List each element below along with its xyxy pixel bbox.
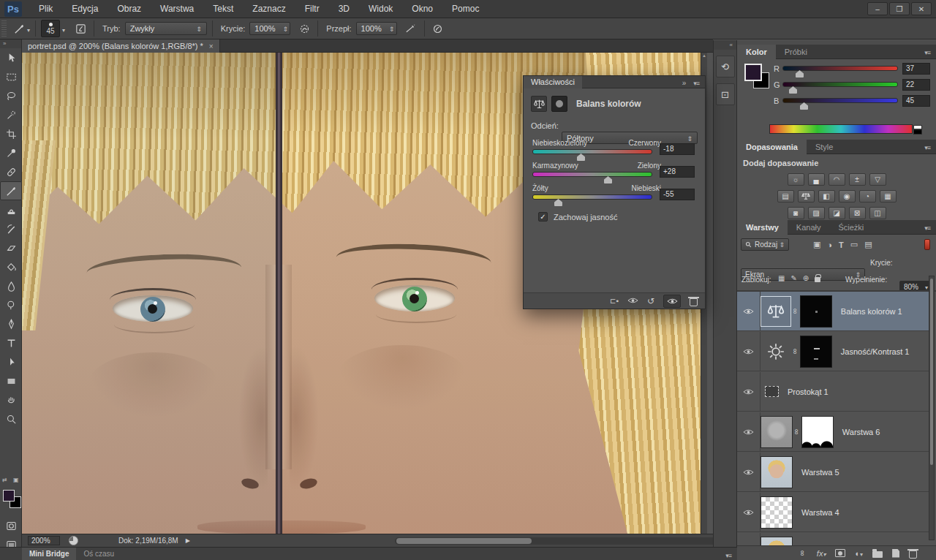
mask-link-icon[interactable]: ∞	[791, 309, 800, 314]
levels-adjustment-icon[interactable]: ▄	[808, 173, 825, 186]
posterize-adjustment-icon[interactable]: ▨	[808, 207, 825, 219]
blue-value-field[interactable]: 45	[902, 95, 930, 107]
cyan-red-value[interactable]: -18	[660, 143, 695, 155]
yellow-blue-value[interactable]: -55	[660, 189, 695, 200]
shape-layer-icon[interactable]	[765, 386, 779, 397]
layer-row-warstwa-5[interactable]: Warstwa 5	[737, 453, 929, 492]
status-flyout-icon[interactable]: ▶	[186, 537, 190, 544]
threshold-adjustment-icon[interactable]: ◪	[829, 207, 845, 219]
mask-link-icon[interactable]: ∞	[791, 349, 800, 355]
canvas-horizontal-scrollbar[interactable]	[395, 537, 717, 545]
quick-selection-tool[interactable]	[0, 105, 22, 124]
new-adjustment-layer-icon[interactable]: ◐	[855, 549, 863, 558]
clone-source-panel-button[interactable]: ⊡	[716, 83, 735, 105]
add-mask-icon[interactable]	[835, 549, 845, 557]
link-layers-icon[interactable]: ∞	[799, 550, 807, 556]
filter-pixel-layers-icon[interactable]: ▣	[813, 240, 820, 249]
crop-tool[interactable]	[0, 124, 22, 143]
menu-3d[interactable]: 3D	[329, 0, 359, 18]
gradient-map-adjustment-icon[interactable]: ◫	[869, 207, 886, 219]
tab-sciezki[interactable]: Ścieżki	[829, 220, 872, 235]
history-panel-button[interactable]: ⟲	[716, 56, 735, 77]
tab-kolor[interactable]: Kolor	[737, 45, 776, 59]
eyedropper-tool[interactable]	[0, 143, 22, 162]
menu-warstwa[interactable]: Warstwa	[151, 0, 203, 18]
brush-size-picker[interactable]: 45	[41, 20, 60, 37]
menu-tekst[interactable]: Tekst	[203, 0, 243, 18]
visibility-eye-icon[interactable]	[737, 493, 760, 532]
layer-row-balans-kolorow[interactable]: ∞ Balans kolorów 1	[737, 292, 929, 331]
visibility-eye-icon[interactable]	[737, 372, 760, 412]
collapse-panel-icon[interactable]	[682, 75, 687, 88]
menu-obraz[interactable]: Obraz	[107, 0, 151, 18]
minimize-button[interactable]: –	[867, 2, 888, 15]
new-layer-icon[interactable]	[892, 549, 899, 558]
bottom-panel-menu-icon[interactable]	[725, 548, 731, 560]
magenta-green-slider[interactable]	[532, 172, 652, 177]
layer-row-warstwa-4[interactable]: Warstwa 4	[737, 493, 929, 532]
paint-bucket-tool[interactable]	[0, 257, 22, 276]
layer-name[interactable]: Warstwa 6	[842, 428, 880, 436]
layer-filter-select[interactable]: Rodzaj	[741, 238, 789, 251]
zoom-level-field[interactable]: 200%	[28, 536, 60, 545]
selective-color-adjustment-icon[interactable]: ⊠	[849, 207, 866, 219]
flow-select[interactable]: 100%	[356, 22, 397, 35]
foreground-color-swatch[interactable]	[3, 490, 15, 502]
black-swatch[interactable]	[913, 129, 922, 135]
swap-colors-icon[interactable]: ⇄	[2, 477, 7, 483]
default-colors-icon[interactable]: ▣	[13, 477, 19, 483]
color-balance-layer-icon[interactable]	[760, 296, 791, 327]
layer-thumbnail[interactable]	[760, 496, 793, 529]
pen-tool[interactable]	[0, 314, 22, 333]
menu-okno[interactable]: Okno	[402, 0, 442, 18]
layer-row-jasnosc-kontrast[interactable]: ∞ Jasność/Kontrast 1	[737, 332, 929, 371]
toolbar-collapse-icon[interactable]: »	[0, 39, 21, 48]
airbrush-icon[interactable]	[403, 20, 419, 37]
filter-shape-layers-icon[interactable]: ▭	[850, 240, 858, 249]
blend-mode-select[interactable]: Zwykły	[125, 22, 207, 35]
adjustments-panel-menu-icon[interactable]	[924, 140, 930, 154]
menu-filtr[interactable]: Filtr	[295, 0, 329, 18]
mask-link-icon[interactable]: ∞	[793, 429, 801, 435]
quick-mask-mode-button[interactable]	[0, 516, 22, 535]
yellow-blue-thumb[interactable]	[554, 199, 562, 206]
properties-tab[interactable]: Właściwości	[524, 76, 582, 88]
layers-scrollbar[interactable]	[929, 276, 935, 540]
rectangle-tool[interactable]	[0, 371, 22, 390]
tab-dopasowania[interactable]: Dopasowania	[737, 140, 807, 154]
blue-slider-thumb[interactable]	[800, 102, 808, 110]
new-group-icon[interactable]	[872, 551, 883, 558]
eraser-tool[interactable]	[0, 238, 22, 257]
foreground-swatch[interactable]	[744, 64, 762, 81]
brush-picker-caret-icon[interactable]	[62, 22, 65, 35]
visibility-eye-icon[interactable]	[737, 332, 760, 371]
tab-kanaly[interactable]: Kanały	[788, 220, 830, 235]
layer-thumbnail[interactable]	[760, 416, 793, 448]
brightness-contrast-adjustment-icon[interactable]: ☼	[788, 173, 804, 186]
options-grip[interactable]	[1, 20, 7, 37]
color-lookup-adjustment-icon[interactable]: ▦	[880, 190, 897, 203]
layer-name[interactable]: Warstwa 4	[801, 508, 839, 517]
properties-titlebar[interactable]: Właściwości	[524, 76, 705, 88]
document-tab[interactable]: portret.psd @ 200% (Balans kolorów 1,RGB…	[22, 39, 220, 53]
layer-name[interactable]: Balans kolorów 1	[841, 307, 902, 316]
lock-transparency-icon[interactable]: ▦	[778, 274, 785, 282]
opacity-select[interactable]: 100%	[249, 22, 290, 35]
layer-name[interactable]: Warstwa 5	[801, 468, 839, 477]
move-tool[interactable]	[0, 48, 22, 67]
color-balance-adjustment-icon[interactable]	[798, 190, 815, 203]
layer-row-prostokat[interactable]: Prostokąt 1	[737, 372, 929, 412]
green-slider-thumb[interactable]	[789, 86, 797, 94]
curves-adjustment-icon[interactable]: ◠	[829, 173, 845, 186]
brush-tool-preset-icon[interactable]	[11, 20, 27, 37]
lock-all-icon[interactable]	[815, 277, 820, 282]
invert-adjustment-icon[interactable]: ◙	[788, 207, 804, 219]
visibility-eye-icon[interactable]	[737, 453, 760, 492]
menu-plik[interactable]: Plik	[29, 0, 62, 18]
menu-edycja[interactable]: Edycja	[62, 0, 107, 18]
green-slider[interactable]	[782, 82, 898, 87]
close-button[interactable]: ✕	[911, 2, 932, 15]
vibrance-adjustment-icon[interactable]: ▽	[869, 173, 886, 186]
menu-zaznacz[interactable]: Zaznacz	[243, 0, 295, 18]
document-size-info[interactable]: Dok: 2,19M/16,8M	[118, 537, 178, 545]
